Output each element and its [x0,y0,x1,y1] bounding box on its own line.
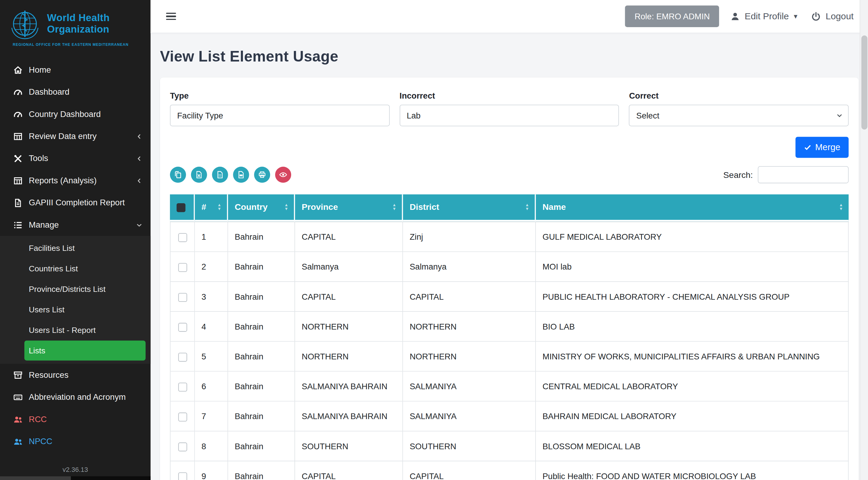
select-all-checkbox[interactable] [177,203,185,212]
pdf-export-button[interactable] [233,167,249,183]
column-header-number[interactable]: # ▲▼ [195,194,228,221]
user-icon [730,11,740,22]
cell-number: 4 [195,312,228,341]
menu-toggle-button[interactable] [165,10,177,22]
sort-icon: ▲▼ [839,204,843,211]
visibility-button[interactable] [275,167,291,183]
sidebar-item-label: Country Dashboard [29,109,101,120]
cell-number: 5 [195,341,228,371]
row-checkbox[interactable] [178,233,187,242]
cell-checkbox [170,312,195,341]
column-header-province[interactable]: Province ▲▼ [295,194,403,221]
logo-line2: Organization [47,24,110,36]
sidebar-item-rcc[interactable]: RCC [0,408,151,430]
cell-province: CAPITAL [295,461,403,480]
sidebar-item-abbreviation-and-acronym[interactable]: Abbreviation and Acronym [0,386,151,408]
sidebar-item-npcc[interactable]: NPCC [0,430,151,452]
who-logo: World Health Organization REGIONAL OFFIC… [0,0,151,51]
incorrect-input[interactable] [400,104,619,126]
tools-icon [13,154,23,163]
cell-checkbox [170,461,195,480]
sort-icon: ▲▼ [217,204,221,211]
cell-checkbox [170,371,195,401]
sidebar-item-label: NPCC [29,436,53,447]
sidebar-item-resources[interactable]: Resources [0,364,151,386]
sidebar-item-dashboard[interactable]: Dashboard [0,81,151,103]
cell-province: CAPITAL [295,221,403,252]
sidebar-item-home[interactable]: Home [0,59,151,81]
column-header-district[interactable]: District ▲▼ [403,194,536,221]
sidebar-item-country-dashboard[interactable]: Country Dashboard [0,103,151,125]
cell-province: SALMANIYA BAHRAIN [295,401,403,431]
table-row: 1 Bahrain CAPITAL Zinj GULF MEDICAL LABO… [170,221,849,252]
page-scrollbar[interactable] [860,0,868,480]
row-checkbox[interactable] [178,293,187,302]
csv-export-button[interactable] [212,167,228,183]
scrollbar-thumb[interactable] [861,36,867,130]
table-row: 7 Bahrain SALMANIYA BAHRAIN SALMANIYA BA… [170,401,849,431]
sidebar-item-tools[interactable]: Tools [0,147,151,170]
column-header-country[interactable]: Country ▲▼ [228,194,295,221]
users-icon [13,415,23,424]
sidebar-item-lists[interactable]: Lists [24,341,146,361]
table-icon [13,131,23,141]
sidebar-item-review-data-entry[interactable]: Review Data entry [0,125,151,147]
table-row: 2 Bahrain Salmanya Salmanya MOI lab [170,252,849,282]
edit-profile-menu[interactable]: Edit Profile ▾ [730,11,798,22]
sidebar-item-countries-list[interactable]: Countries List [24,259,146,278]
row-checkbox[interactable] [178,323,187,332]
print-button[interactable] [254,167,270,183]
sidebar-item-reports-analysis[interactable]: Reports (Analysis) [0,170,151,191]
row-checkbox[interactable] [178,353,187,361]
excel-export-button[interactable] [191,167,207,183]
correct-label: Correct [629,91,849,100]
row-checkbox[interactable] [178,383,187,391]
incorrect-label: Incorrect [400,91,619,100]
cell-district: Salmanya [403,252,536,282]
cell-name: BLOSSOM MEDICAL LAB [536,431,849,461]
row-checkbox[interactable] [178,413,187,421]
sort-icon: ▲▼ [525,204,529,211]
search-label: Search: [723,170,753,180]
type-input[interactable] [170,104,390,126]
sidebar-item-facilities-list[interactable]: Facilities List [24,238,146,258]
row-checkbox[interactable] [178,443,187,451]
cell-name: BIO LAB [536,312,849,341]
cell-country: Bahrain [228,252,295,282]
role-badge: Role: EMRO ADMIN [625,5,719,27]
sidebar-item-label: Review Data entry [29,130,97,142]
sidebar-horizontal-scrollbar[interactable] [0,476,151,480]
merge-button[interactable]: Merge [795,137,849,158]
table-row: 4 Bahrain NORTHERN NORTHERN BIO LAB [170,312,849,341]
sidebar-item-province-districts-list[interactable]: Province/Districts List [24,279,146,299]
column-header-label: District [410,202,439,211]
topbar: Role: EMRO ADMIN Edit Profile ▾ Logout [151,0,868,33]
search-input[interactable] [758,166,848,183]
cell-name: PUBLIC HEALTH LABORATORY - CHEMICAL ANAL… [536,282,849,312]
column-header-name[interactable]: Name ▲▼ [536,194,849,221]
sidebar-item-gapiii-completion-report[interactable]: GAPIII Completion Report [0,192,151,214]
cell-country: Bahrain [228,461,295,480]
correct-select[interactable]: Select [629,104,849,126]
sidebar-item-users-list[interactable]: Users List [24,300,146,320]
table-row: 6 Bahrain SALMANIYA BAHRAIN SALMANIYA CE… [170,371,849,401]
cell-country: Bahrain [228,221,295,252]
scrollbar-thumb[interactable] [0,476,71,480]
row-checkbox[interactable] [178,473,187,480]
edit-profile-label: Edit Profile [745,11,789,22]
sidebar-item-label: Manage [29,219,59,230]
box-icon [13,370,23,380]
logout-button[interactable]: Logout [811,11,854,22]
sidebar-item-label: Home [29,64,51,76]
gauge-icon [13,87,23,96]
sidebar-item-label: Reports (Analysis) [29,175,97,186]
select-caret-icon [836,112,843,119]
app-version: v2.36.13 [0,466,151,474]
app-root: World Health Organization REGIONAL OFFIC… [0,0,868,480]
row-checkbox[interactable] [178,263,187,272]
cell-district: Zinj [403,221,536,252]
copy-button[interactable] [170,167,186,183]
cell-district: NORTHERN [403,341,536,371]
sidebar-item-manage[interactable]: Manage [0,214,151,236]
sidebar-item-users-list-report[interactable]: Users List - Report [24,320,146,340]
